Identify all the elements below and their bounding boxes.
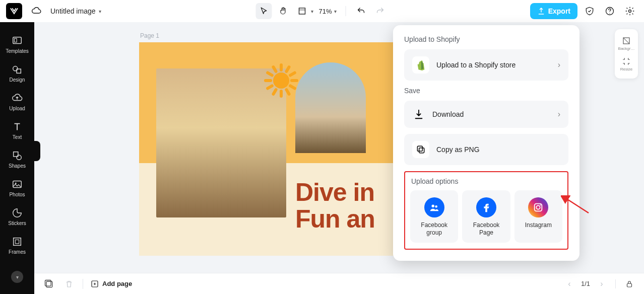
upload-shopify-button[interactable]: Upload to a Shopify store › (404, 49, 568, 81)
svg-rect-24 (46, 281, 52, 287)
upload-facebook-page[interactable]: Facebook Page (462, 190, 510, 243)
svg-rect-16 (419, 148, 424, 153)
svg-line-15 (623, 38, 629, 44)
redo-button[interactable] (372, 3, 389, 19)
download-button[interactable]: Download › (404, 101, 568, 128)
upload-options-highlight: Upload options Facebook group Facebook P… (404, 171, 568, 250)
sidebar-item-upload[interactable]: Upload (0, 88, 34, 116)
svg-rect-17 (417, 146, 422, 151)
sidebar-item-label: Photos (9, 192, 25, 197)
lock-icon[interactable] (623, 277, 636, 290)
photo-running-beach[interactable] (295, 62, 366, 153)
instagram-icon (528, 197, 548, 217)
shopify-button-label: Upload to a Shopify store (436, 61, 551, 69)
export-panel: Upload to Shopify Upload to a Shopify st… (393, 25, 579, 261)
separator (346, 6, 346, 16)
shopify-section-title: Upload to Shopify (404, 35, 568, 43)
page-indicator: 1/1 (581, 280, 590, 287)
bottom-bar: Add page ‹ 1/1 › (34, 273, 644, 294)
prev-page-button: ‹ (563, 277, 576, 290)
headline-text[interactable]: Dive in Fun an (295, 179, 375, 232)
chevron-down-icon: ▾ (99, 9, 101, 14)
headline-line1: Dive in (295, 179, 375, 206)
chevron-down-icon[interactable]: ▾ (311, 9, 313, 14)
svg-rect-25 (45, 280, 51, 286)
settings-icon[interactable] (622, 3, 638, 19)
sidebar-item-design[interactable]: Design (0, 59, 34, 88)
select-tool[interactable] (255, 3, 272, 19)
copy-png-button[interactable]: Copy as PNG (404, 134, 568, 165)
resize-tool[interactable]: Resize (620, 54, 632, 75)
upload-facebook-group[interactable]: Facebook group (410, 190, 458, 243)
background-tool[interactable]: Backgr… (618, 33, 635, 54)
upload-option-label: Facebook Page (465, 222, 507, 237)
sidebar-item-label: Shapes (9, 163, 26, 169)
sidebar-item-label: Text (13, 134, 22, 140)
document-title[interactable]: Untitled image ▾ (50, 7, 101, 15)
app-logo[interactable] (6, 3, 22, 19)
upload-option-label: Facebook group (413, 222, 455, 237)
right-tools-panel: Backgr… Resize (615, 29, 638, 79)
sidebar-item-label: Templates (6, 48, 29, 54)
chevron-right-icon: › (558, 60, 560, 69)
undo-button[interactable] (353, 3, 369, 19)
sidebar-item-frames[interactable]: Frames (0, 231, 34, 260)
svg-point-3 (629, 10, 631, 13)
save-section-title: Save (404, 87, 568, 95)
copy-icon (412, 141, 429, 158)
layers-icon[interactable] (42, 277, 55, 290)
export-button[interactable]: Export (530, 3, 577, 19)
svg-rect-13 (15, 240, 19, 243)
download-icon (412, 108, 425, 121)
shopify-icon (412, 56, 429, 74)
add-page-label: Add page (102, 280, 132, 287)
trash-icon (62, 277, 76, 290)
svg-point-18 (431, 205, 434, 208)
next-page-button: › (595, 277, 608, 290)
export-button-label: Export (548, 7, 570, 15)
download-label: Download (432, 110, 551, 118)
facebook-icon (476, 197, 496, 217)
upload-options-title: Upload options (410, 177, 562, 185)
hand-tool[interactable] (275, 3, 291, 19)
zoom-level[interactable]: 71% ▾ (316, 8, 338, 15)
sidebar-item-text[interactable]: Text (0, 116, 34, 145)
upload-option-label: Instagram (525, 222, 552, 229)
svg-rect-0 (299, 8, 305, 14)
page-label: Page 1 (140, 32, 159, 39)
sidebar-item-shapes[interactable]: Shapes (0, 145, 34, 174)
sidebar-item-label: Design (9, 77, 25, 83)
copy-label: Copy as PNG (436, 145, 560, 154)
chevron-down-icon: ▾ (16, 274, 19, 280)
sun-graphic[interactable] (265, 64, 297, 97)
svg-point-19 (435, 205, 437, 208)
svg-point-11 (15, 183, 17, 184)
svg-rect-12 (14, 238, 21, 246)
add-page-button[interactable]: Add page (90, 279, 132, 288)
help-icon[interactable] (602, 3, 618, 19)
sidebar-item-photos[interactable]: Photos (0, 174, 34, 202)
svg-point-21 (537, 205, 540, 209)
document-title-text: Untitled image (50, 7, 96, 15)
sidebar-item-label: Stickers (8, 220, 26, 226)
sidebar-expand-handle[interactable] (34, 141, 40, 161)
sidebar-item-label: Frames (9, 249, 26, 255)
svg-point-9 (17, 155, 21, 160)
top-bar: Untitled image ▾ ▾ 71% ▾ (0, 0, 644, 22)
right-tool-label: Resize (620, 67, 632, 71)
chevron-down-icon: ▾ (334, 9, 337, 14)
svg-rect-27 (627, 283, 632, 287)
crop-tool[interactable] (294, 3, 310, 19)
sidebar-item-templates[interactable]: Templates (0, 30, 34, 59)
upload-instagram[interactable]: Instagram (514, 190, 562, 243)
svg-rect-5 (15, 38, 17, 42)
shield-icon[interactable] (582, 3, 598, 19)
right-tool-label: Backgr… (618, 46, 635, 51)
chevron-right-icon: › (558, 110, 560, 119)
sidebar-item-stickers[interactable]: Stickers (0, 202, 34, 231)
cloud-sync-icon[interactable] (28, 3, 44, 19)
sidebar-more[interactable]: ▾ (0, 266, 34, 288)
headline-line2: Fun an (295, 206, 375, 233)
zoom-value: 71% (318, 8, 332, 15)
facebook-group-icon (424, 197, 444, 217)
